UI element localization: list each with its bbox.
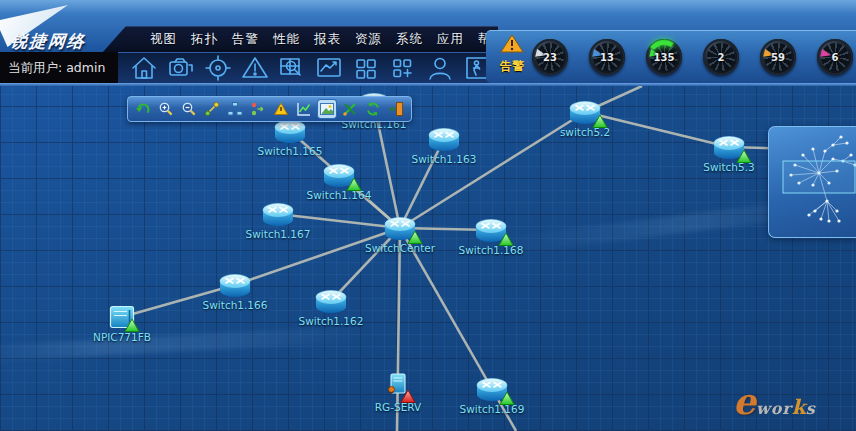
node-Switch5.3[interactable] <box>711 134 747 160</box>
menu-item-系统[interactable]: 系统 <box>396 31 423 48</box>
node-Switch1.162[interactable] <box>313 288 349 314</box>
alarm-gauge-2[interactable]: 13 <box>589 39 625 75</box>
locate-icon[interactable] <box>204 54 232 82</box>
apps-add-icon[interactable] <box>389 54 417 82</box>
minimap-panel[interactable] <box>768 126 856 238</box>
background-image-icon[interactable] <box>318 100 336 118</box>
minimap-viewport[interactable] <box>783 161 855 193</box>
node-label-Switch1.165: Switch1.165 <box>225 145 355 157</box>
node-Switch1.168[interactable] <box>473 217 509 243</box>
node-Switch1.167[interactable] <box>260 201 296 227</box>
apps-grid-icon[interactable] <box>352 54 380 82</box>
quick-toolbar <box>130 54 491 82</box>
node-label-Switch1.168: Switch1.168 <box>426 244 556 256</box>
switch-icon <box>313 288 349 314</box>
menu-item-应用[interactable]: 应用 <box>437 31 464 48</box>
node-label-Switch1.162: Switch1.162 <box>266 315 396 327</box>
chart-icon[interactable] <box>295 100 313 118</box>
undo-icon[interactable] <box>134 100 152 118</box>
tree-layout-icon[interactable] <box>226 100 244 118</box>
gauge-value: 2 <box>703 39 739 75</box>
gauge-value: 6 <box>817 39 853 75</box>
alarm-gauge-3[interactable]: 135 <box>646 39 682 75</box>
node-NPIC771FB[interactable] <box>109 305 135 329</box>
alarm-label: 告警 <box>492 58 532 75</box>
eworks-watermark: eworks <box>733 380 816 422</box>
node-Switch1.164[interactable] <box>321 162 357 188</box>
gauge-value: 135 <box>646 39 682 75</box>
node-label-Switch1.163: Switch1.163 <box>379 153 509 165</box>
zoom-view-icon[interactable] <box>278 54 306 82</box>
node-label-NPIC771FB: NPIC771FB <box>57 331 187 343</box>
alarm-setting-icon[interactable] <box>272 100 290 118</box>
current-user-label: 当前用户: admin <box>0 52 118 84</box>
alarm-gauge-4[interactable]: 2 <box>703 39 739 75</box>
performance-icon[interactable] <box>315 54 343 82</box>
menu-item-告警[interactable]: 告警 <box>232 31 259 48</box>
switch-icon <box>260 201 296 227</box>
topology-canvas[interactable]: Switch1.161Switch1.165Switch1.163switch5… <box>0 86 856 431</box>
alarm-summary[interactable]: 告警 <box>492 34 532 75</box>
header: 锐捷网络 视图拓扑告警性能报表资源系统应用帮助 当前用户: admin 告警 2… <box>0 0 856 86</box>
warning-triangle-icon <box>500 34 524 53</box>
menu-bar: 视图拓扑告警性能报表资源系统应用帮助 <box>150 31 505 48</box>
alarm-gauge-6[interactable]: 6 <box>817 39 853 75</box>
home-icon[interactable] <box>130 54 158 82</box>
tools-icon[interactable] <box>341 100 359 118</box>
exit-icon[interactable] <box>387 100 405 118</box>
flow-icon[interactable] <box>249 100 267 118</box>
node-switch5.2[interactable] <box>567 99 603 125</box>
network-management-app: 锐捷网络 视图拓扑告警性能报表资源系统应用帮助 当前用户: admin 告警 2… <box>0 0 856 431</box>
node-label-Switch1.169: Switch1.169 <box>427 403 557 415</box>
zoom-out-icon[interactable] <box>180 100 198 118</box>
alarm-gauge-5[interactable]: 59 <box>760 39 796 75</box>
menu-item-视图[interactable]: 视图 <box>150 31 177 48</box>
node-SwitchCenter[interactable] <box>382 215 418 241</box>
node-label-Switch1.167: Switch1.167 <box>213 228 343 240</box>
refresh-icon[interactable] <box>364 100 382 118</box>
watermark-tail: s <box>806 399 816 418</box>
snapshot-icon[interactable] <box>167 54 195 82</box>
node-RG-SERV[interactable] <box>385 372 411 400</box>
gauge-value: 59 <box>760 39 796 75</box>
user-icon[interactable] <box>426 54 454 82</box>
gauge-value: 13 <box>589 39 625 75</box>
node-label-switch5.2: switch5.2 <box>520 126 650 138</box>
gauge-value: 23 <box>532 39 568 75</box>
node-label-Switch1.164: Switch1.164 <box>274 189 404 201</box>
node-Switch1.166[interactable] <box>217 272 253 298</box>
menu-item-性能[interactable]: 性能 <box>273 31 300 48</box>
watermark-e: e <box>733 380 756 422</box>
minimap-graph <box>769 127 856 239</box>
watermark-mid: wor <box>756 399 792 418</box>
watermark-accent: k <box>792 395 806 419</box>
zoom-in-icon[interactable] <box>157 100 175 118</box>
menu-item-报表[interactable]: 报表 <box>314 31 341 48</box>
logo-text: 锐捷网络 <box>9 30 87 53</box>
node-label-Switch1.166: Switch1.166 <box>170 299 300 311</box>
alarm-icon[interactable] <box>241 54 269 82</box>
add-link-icon[interactable] <box>203 100 221 118</box>
switch-icon <box>217 272 253 298</box>
menu-item-资源[interactable]: 资源 <box>355 31 382 48</box>
topology-toolbar <box>127 96 412 122</box>
alarm-gauge-1[interactable]: 23 <box>532 39 568 75</box>
menu-item-拓扑[interactable]: 拓扑 <box>191 31 218 48</box>
alarm-gauges: 23131352596 <box>532 39 853 75</box>
node-Switch1.169[interactable] <box>474 376 510 402</box>
